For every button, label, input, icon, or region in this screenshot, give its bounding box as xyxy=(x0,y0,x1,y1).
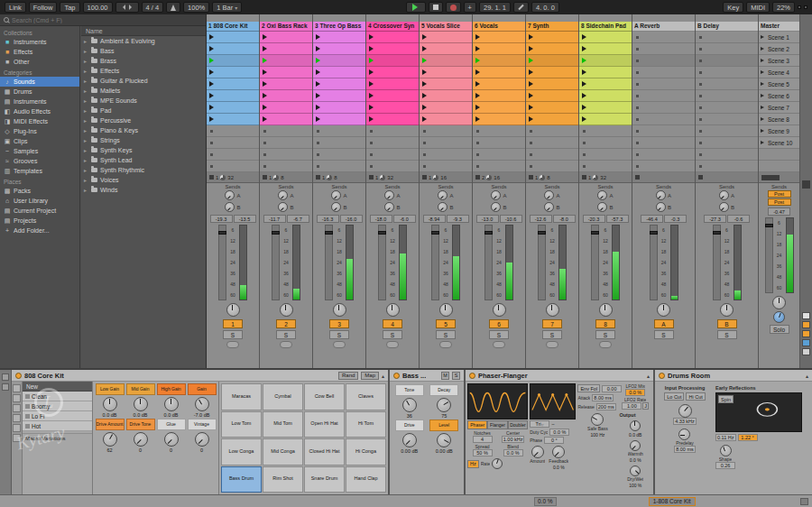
stop-all-clips-button[interactable] xyxy=(761,175,780,180)
sidebar-item-effects[interactable]: ■Effects xyxy=(0,47,79,57)
metronome-button[interactable] xyxy=(166,2,180,13)
mixer-section-toggle[interactable] xyxy=(802,339,810,346)
clip-stop-button[interactable] xyxy=(698,175,703,180)
list-item[interactable]: ▸Voices xyxy=(81,175,206,185)
clip-stop-button[interactable] xyxy=(209,175,214,180)
predelay-knob[interactable] xyxy=(678,429,690,440)
shape-value[interactable]: 0.26 xyxy=(715,462,735,469)
arm-button[interactable] xyxy=(280,341,292,348)
clip-slot-empty[interactable] xyxy=(260,149,312,161)
track-activator[interactable]: 7 xyxy=(542,319,562,328)
clip-slot[interactable] xyxy=(473,32,525,43)
clip-slot-empty[interactable] xyxy=(473,125,525,137)
list-item[interactable]: ▸Ambient & Evolving xyxy=(81,36,206,46)
clip-slot[interactable] xyxy=(420,55,472,67)
send-a-knob[interactable] xyxy=(491,190,501,200)
volume-fader[interactable] xyxy=(378,225,386,300)
clip-slot[interactable] xyxy=(260,55,312,67)
list-item[interactable]: ▸Synth Keys xyxy=(81,145,206,155)
clip-slot[interactable] xyxy=(526,102,578,114)
macro-knob[interactable] xyxy=(103,397,117,411)
solo-button[interactable]: S xyxy=(542,330,562,339)
clip-slot-empty[interactable] xyxy=(207,125,259,137)
link-button[interactable]: Link xyxy=(5,2,26,13)
clip-slot[interactable] xyxy=(420,78,472,90)
clip-slot-empty[interactable] xyxy=(696,55,758,67)
jitter-button[interactable]: J xyxy=(642,402,649,410)
clip-slot-empty[interactable] xyxy=(632,43,695,55)
clip-slot[interactable] xyxy=(207,32,259,43)
clip-slot[interactable] xyxy=(313,55,365,67)
sidebar-item-current-project[interactable]: ▤Current Project xyxy=(0,206,79,216)
rack-toggle-button[interactable] xyxy=(13,384,21,392)
volume-fader[interactable] xyxy=(765,217,773,293)
record-button[interactable] xyxy=(446,2,461,13)
pan-knob[interactable] xyxy=(226,303,240,317)
sidebar-item-drums[interactable]: ▦Drums xyxy=(0,87,79,97)
volume-fader[interactable] xyxy=(218,225,226,300)
loop-length-field[interactable]: 4. 0. 0 xyxy=(531,2,559,13)
volume-fader[interactable] xyxy=(538,225,546,300)
track-header[interactable]: 1 808 Core Kit xyxy=(207,22,259,32)
warmth-knob[interactable] xyxy=(630,440,641,451)
send-post-button[interactable]: Post xyxy=(768,190,791,198)
pan-knob[interactable] xyxy=(599,303,613,317)
macro-knob[interactable] xyxy=(134,397,148,411)
arrangement-position-field[interactable]: 29. 1. 1 xyxy=(479,2,511,13)
nudge-buttons[interactable] xyxy=(115,2,139,13)
rack-toggle-button[interactable] xyxy=(13,394,21,402)
clip-slot[interactable] xyxy=(473,78,525,90)
clip-slot-empty[interactable] xyxy=(696,43,758,55)
param-knob[interactable] xyxy=(437,398,451,412)
phase-field[interactable]: 0 ° xyxy=(544,437,564,444)
fader-handle[interactable] xyxy=(538,231,546,235)
pan-knob[interactable] xyxy=(439,303,453,317)
clip-slot[interactable] xyxy=(579,67,632,78)
sidebar-item-midi-effects[interactable]: ◨MIDI Effects xyxy=(0,116,79,126)
track-activator[interactable]: B xyxy=(717,319,737,328)
solo-button[interactable]: S xyxy=(329,330,349,339)
quantization-menu[interactable]: 1 Bar▾ xyxy=(212,2,242,13)
predelay-value[interactable]: 8.00 ms xyxy=(674,446,696,453)
chain-solo-button[interactable]: S xyxy=(452,372,460,380)
sidebar-item-sounds[interactable]: ♪Sounds xyxy=(0,77,79,87)
send-b-knob[interactable] xyxy=(225,202,235,212)
send-a-knob[interactable] xyxy=(278,190,288,200)
clip-slot-empty[interactable] xyxy=(366,149,419,161)
send-b-knob[interactable] xyxy=(597,202,607,212)
list-item[interactable]: ▸Guitar & Plucked xyxy=(81,76,206,86)
track-header[interactable]: 6 Vocals xyxy=(473,22,525,32)
shape-knob[interactable] xyxy=(720,445,732,456)
back-to-arrangement-button[interactable] xyxy=(802,180,810,189)
env-follower-button[interactable]: Env Fol xyxy=(577,384,600,392)
scene-slot[interactable]: Scene 6 xyxy=(759,90,799,102)
param-knob[interactable] xyxy=(437,433,451,447)
safe-bass-knob[interactable] xyxy=(591,413,604,426)
clip-slot[interactable] xyxy=(313,102,365,114)
send-b-knob[interactable] xyxy=(331,202,341,212)
macro-knob[interactable] xyxy=(103,432,117,447)
clip-view-toggle[interactable] xyxy=(2,373,9,381)
clip-slot[interactable] xyxy=(366,32,419,43)
drum-pad-bass-drum[interactable]: Bass Drum xyxy=(221,466,262,493)
clip-slot-empty[interactable] xyxy=(696,67,758,78)
clip-slot-empty[interactable] xyxy=(526,125,578,137)
pan-knob[interactable] xyxy=(720,303,734,317)
param-value[interactable]: 1.00 kHz xyxy=(502,436,525,443)
clip-slot-empty[interactable] xyxy=(207,137,259,149)
scene-slot-empty[interactable] xyxy=(759,161,799,172)
list-item[interactable]: ▸Percussive xyxy=(81,115,206,125)
clip-slot[interactable] xyxy=(473,114,525,125)
clip-slot-empty[interactable] xyxy=(632,90,695,102)
clip-slot-empty[interactable] xyxy=(579,149,632,161)
send-b-knob[interactable] xyxy=(278,202,288,212)
volume-fader[interactable] xyxy=(591,225,599,300)
map-button[interactable]: Map xyxy=(361,372,379,380)
clip-slot[interactable] xyxy=(526,90,578,102)
browser-search[interactable] xyxy=(0,14,206,26)
time-signature-field[interactable]: 4 / 4 xyxy=(142,2,164,13)
clip-slot[interactable] xyxy=(473,55,525,67)
clip-slot[interactable] xyxy=(366,67,419,78)
clip-slot-empty[interactable] xyxy=(473,161,525,172)
clip-slot-empty[interactable] xyxy=(420,125,472,137)
